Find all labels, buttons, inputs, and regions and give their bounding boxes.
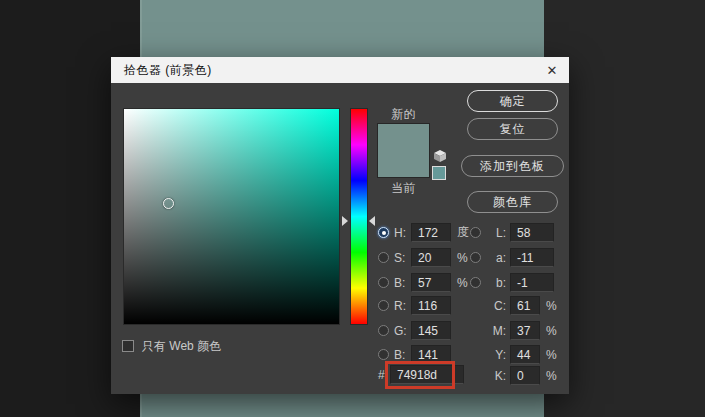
reset-button[interactable]: 复位: [467, 118, 558, 140]
new-color-label: 新的: [377, 106, 430, 123]
dialog-title: 拾色器 (前景色): [124, 62, 212, 79]
y-input[interactable]: 44: [510, 345, 540, 364]
dialog-titlebar[interactable]: 拾色器 (前景色) ✕: [111, 57, 569, 83]
color-libraries-button[interactable]: 颜色库: [467, 191, 558, 213]
rgb-r-row: R: 116: [378, 296, 451, 315]
g-input[interactable]: 145: [411, 321, 451, 340]
s-unit: %: [457, 251, 468, 265]
m-label: M:: [486, 324, 506, 338]
hsb-h-row: H: 172 度: [378, 223, 469, 242]
l-label: L:: [486, 226, 506, 240]
m-input[interactable]: 37: [510, 321, 540, 340]
c-label: C:: [486, 299, 506, 313]
hex-hash-label: #: [378, 368, 390, 382]
rgb-b-row: B: 141: [378, 345, 451, 364]
s-radio[interactable]: [378, 252, 389, 263]
color-field-marker[interactable]: [163, 198, 174, 209]
hue-pointer-left-icon[interactable]: [342, 216, 348, 226]
saturation-brightness-field[interactable]: [123, 108, 340, 325]
websafe-color-swatch[interactable]: [432, 166, 446, 180]
y-label: Y:: [486, 348, 506, 362]
b3-radio[interactable]: [470, 277, 481, 288]
b3-label: b:: [486, 276, 506, 290]
h-input[interactable]: 172: [411, 223, 451, 242]
b3-input[interactable]: -1: [510, 273, 554, 292]
lab-a-row: a: -11: [470, 248, 554, 267]
b2-radio[interactable]: [378, 349, 389, 360]
b2-label: B:: [394, 348, 411, 362]
hsb-s-row: S: 20 %: [378, 248, 468, 267]
h-radio[interactable]: [378, 227, 389, 238]
cmyk-c-row: C: 61 %: [486, 296, 557, 315]
a-radio[interactable]: [470, 252, 481, 263]
dialog-body: 新的 当前 确定 复位 添加到色板 颜色库 H: 172 度 S: 20 % B…: [111, 83, 569, 394]
a-label: a:: [486, 251, 506, 265]
h-unit: 度: [457, 224, 469, 241]
k-label: K:: [486, 369, 506, 383]
close-icon[interactable]: ✕: [535, 57, 569, 83]
g-radio[interactable]: [378, 325, 389, 336]
color-picker-dialog: 拾色器 (前景色) ✕ 新的 当前 确定 复位 添加到色板 颜色库 H: 172…: [111, 57, 569, 394]
g-label: G:: [394, 324, 411, 338]
lab-b-row: b: -1: [470, 273, 554, 292]
out-of-web-gamut-cube-icon[interactable]: [433, 149, 447, 163]
new-current-color-swatch: [377, 123, 430, 178]
lab-l-row: L: 58: [470, 223, 554, 242]
cmyk-y-row: Y: 44 %: [486, 345, 557, 364]
k-input[interactable]: 0: [510, 366, 540, 385]
web-colors-only-label: 只有 Web 颜色: [142, 338, 221, 355]
r-label: R:: [394, 299, 411, 313]
rgb-g-row: G: 145: [378, 321, 451, 340]
hue-slider[interactable]: [350, 108, 368, 325]
c-unit: %: [546, 299, 557, 313]
current-color-label: 当前: [377, 180, 430, 197]
l-input[interactable]: 58: [510, 223, 554, 242]
b-unit: %: [457, 276, 468, 290]
web-colors-only-row: 只有 Web 颜色: [122, 338, 221, 354]
hsb-b-row: B: 57 %: [378, 273, 468, 292]
c-input[interactable]: 61: [510, 296, 540, 315]
a-input[interactable]: -11: [510, 248, 554, 267]
y-unit: %: [546, 348, 557, 362]
cmyk-m-row: M: 37 %: [486, 321, 557, 340]
r-input[interactable]: 116: [411, 296, 451, 315]
b2-input[interactable]: 141: [411, 345, 451, 364]
k-unit: %: [546, 369, 557, 383]
ok-button[interactable]: 确定: [467, 90, 558, 112]
h-label: H:: [394, 226, 411, 240]
hue-pointer-right-icon[interactable]: [369, 216, 375, 226]
hex-row: # 74918d: [378, 365, 464, 384]
hex-input[interactable]: 74918d: [390, 365, 464, 384]
l-radio[interactable]: [470, 227, 481, 238]
b-input[interactable]: 57: [411, 273, 451, 292]
b-radio[interactable]: [378, 277, 389, 288]
r-radio[interactable]: [378, 300, 389, 311]
m-unit: %: [546, 324, 557, 338]
cmyk-k-row: K: 0 %: [486, 366, 557, 385]
s-input[interactable]: 20: [411, 248, 451, 267]
b-label: B:: [394, 276, 411, 290]
s-label: S:: [394, 251, 411, 265]
add-to-swatches-button[interactable]: 添加到色板: [461, 155, 564, 177]
web-colors-only-checkbox[interactable]: [122, 340, 134, 352]
